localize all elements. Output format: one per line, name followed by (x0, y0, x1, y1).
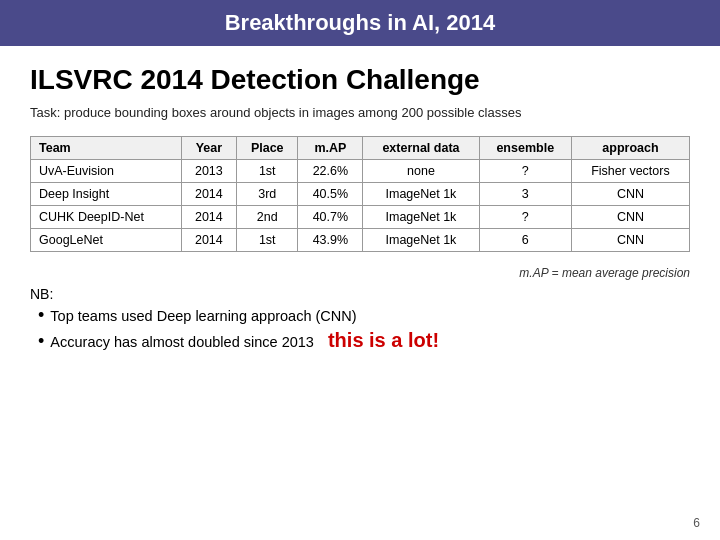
table-cell: CNN (571, 206, 689, 229)
header-title: Breakthroughs in AI, 2014 (225, 10, 496, 35)
bullet-text-1: Top teams used Deep learning approach (C… (50, 308, 356, 324)
table-cell: ImageNet 1k (363, 206, 479, 229)
table-cell: 2013 (181, 160, 236, 183)
table-cell: 1st (237, 160, 298, 183)
table-cell: 2014 (181, 229, 236, 252)
table-cell: 2nd (237, 206, 298, 229)
table-row: GoogLeNet20141st43.9%ImageNet 1k6CNN (31, 229, 690, 252)
bullet-text-2: Accuracy has almost doubled since 2013 (50, 334, 322, 350)
table-cell: ? (479, 160, 571, 183)
table-cell: GoogLeNet (31, 229, 182, 252)
col-year: Year (181, 137, 236, 160)
table-cell: CNN (571, 229, 689, 252)
table-cell: Fisher vectors (571, 160, 689, 183)
nb-section: NB: Top teams used Deep learning approac… (30, 286, 690, 352)
table-cell: CNN (571, 183, 689, 206)
task-description: Task: produce bounding boxes around obje… (30, 104, 690, 122)
table-cell: 22.6% (298, 160, 363, 183)
table-cell: UvA-Euvision (31, 160, 182, 183)
table-cell: 6 (479, 229, 571, 252)
slide-title: ILSVRC 2014 Detection Challenge (30, 64, 690, 96)
col-ensemble: ensemble (479, 137, 571, 160)
table-row: Deep Insight20143rd40.5%ImageNet 1k3CNN (31, 183, 690, 206)
list-item-1: Top teams used Deep learning approach (C… (38, 306, 690, 324)
table-row: CUHK DeepID-Net20142nd40.7%ImageNet 1k?C… (31, 206, 690, 229)
nb-label: NB: (30, 286, 690, 302)
table-cell: Deep Insight (31, 183, 182, 206)
page-number: 6 (693, 516, 700, 530)
table-cell: ImageNet 1k (363, 183, 479, 206)
table-header-row: Team Year Place m.AP external data ensem… (31, 137, 690, 160)
results-table: Team Year Place m.AP external data ensem… (30, 136, 690, 252)
header: Breakthroughs in AI, 2014 (0, 0, 720, 46)
table-cell: ? (479, 206, 571, 229)
col-team: Team (31, 137, 182, 160)
list-item-2: Accuracy has almost doubled since 2013 t… (38, 329, 690, 352)
table-cell: none (363, 160, 479, 183)
highlight-text: this is a lot! (328, 329, 439, 352)
table-cell: 3rd (237, 183, 298, 206)
table-row: UvA-Euvision20131st22.6%none?Fisher vect… (31, 160, 690, 183)
table-cell: 40.7% (298, 206, 363, 229)
table-cell: 43.9% (298, 229, 363, 252)
table-cell: 2014 (181, 206, 236, 229)
table-cell: 1st (237, 229, 298, 252)
table-cell: 2014 (181, 183, 236, 206)
map-note: m.AP = mean average precision (30, 266, 690, 280)
col-place: Place (237, 137, 298, 160)
table-cell: 3 (479, 183, 571, 206)
col-map: m.AP (298, 137, 363, 160)
bullet-list: Top teams used Deep learning approach (C… (30, 306, 690, 352)
table-cell: 40.5% (298, 183, 363, 206)
table-cell: ImageNet 1k (363, 229, 479, 252)
col-external-data: external data (363, 137, 479, 160)
col-approach: approach (571, 137, 689, 160)
table-cell: CUHK DeepID-Net (31, 206, 182, 229)
